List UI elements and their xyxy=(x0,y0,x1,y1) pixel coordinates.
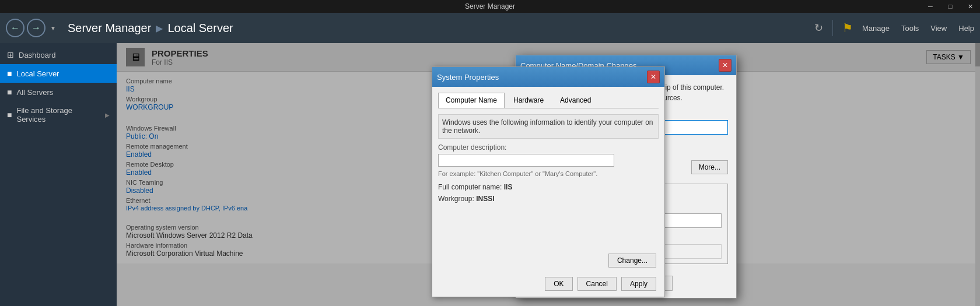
menu-right: ↻ ⚑ Manage Tools View Help xyxy=(814,20,974,36)
system-props-close-btn[interactable]: ✕ xyxy=(647,71,660,83)
sys-ok-btn[interactable]: OK xyxy=(545,277,572,291)
refresh-icon[interactable]: ↻ xyxy=(814,22,823,34)
menu-divider xyxy=(832,20,833,36)
maximize-button[interactable]: □ xyxy=(940,0,960,13)
help-menu[interactable]: Help xyxy=(958,24,974,33)
tools-menu[interactable]: Tools xyxy=(901,24,919,33)
file-storage-icon: ■ xyxy=(7,110,12,119)
tab-hardware[interactable]: Hardware xyxy=(506,93,551,108)
change-button[interactable]: Change... xyxy=(608,254,656,268)
sidebar-item-dashboard[interactable]: ⊞ Dashboard xyxy=(0,45,117,64)
menu-bar: ← → ▼ Server Manager ▶ Local Server ↻ ⚑ … xyxy=(0,13,980,43)
page-title: Local Server xyxy=(167,22,233,35)
sidebar: ⊞ Dashboard ■ Local Server ■ All Servers… xyxy=(0,43,117,306)
sys-full-name-label: Full computer name: IIS xyxy=(438,183,659,191)
sidebar-label-local-server: Local Server xyxy=(16,69,59,78)
sidebar-item-all-servers[interactable]: ■ All Servers xyxy=(0,83,117,101)
sidebar-label-file-storage: File and Storage Services xyxy=(16,106,100,124)
sys-computer-desc-input[interactable] xyxy=(438,154,614,167)
sidebar-label-all-servers: All Servers xyxy=(16,88,53,97)
expand-icon: ▶ xyxy=(105,112,110,118)
sidebar-item-local-server[interactable]: ■ Local Server xyxy=(0,64,117,83)
system-props-dialog: System Properties ✕ Computer Name Hardwa… xyxy=(432,66,665,297)
comp-name-close-btn[interactable]: ✕ xyxy=(719,59,732,72)
main-layout: ⊞ Dashboard ■ Local Server ■ All Servers… xyxy=(0,43,980,306)
sys-cancel-btn[interactable]: Cancel xyxy=(578,277,617,291)
sys-computer-desc-label: Computer description: xyxy=(438,143,659,152)
all-servers-icon: ■ xyxy=(7,87,12,97)
tabs-row: Computer Name Hardware Advanced xyxy=(438,93,659,108)
sys-apply-btn[interactable]: Apply xyxy=(621,277,656,291)
title-bar: Server Manager ─ □ ✕ xyxy=(0,0,980,13)
sidebar-item-file-storage[interactable]: ■ File and Storage Services ▶ xyxy=(0,101,117,128)
system-props-body: Computer Name Hardware Advanced Windows … xyxy=(432,87,664,297)
change-btn-area: Change... xyxy=(608,254,656,268)
tab-computer-name[interactable]: Computer Name xyxy=(438,93,505,108)
view-menu[interactable]: View xyxy=(930,24,947,33)
system-props-title: System Properties xyxy=(437,73,499,82)
sys-desc-hint: For example: "Kitchen Computer" or "Mary… xyxy=(438,170,659,177)
manage-menu[interactable]: Manage xyxy=(862,24,890,33)
close-button[interactable]: ✕ xyxy=(960,0,980,13)
app-title: Server Manager xyxy=(68,22,151,35)
system-props-titlebar: System Properties ✕ xyxy=(432,67,664,87)
sys-description-box: Windows uses the following information t… xyxy=(438,114,659,139)
back-button[interactable]: ← xyxy=(6,19,24,37)
menu-actions: Manage Tools View Help xyxy=(862,24,974,33)
breadcrumb: Server Manager ▶ Local Server xyxy=(68,22,233,35)
window-title: Server Manager xyxy=(465,2,515,10)
nav-dropdown[interactable]: ▼ xyxy=(48,23,58,33)
sys-workgroup-label: Workgroup: INSSI xyxy=(438,195,659,203)
tab-advanced[interactable]: Advanced xyxy=(552,93,598,108)
notifications-icon[interactable]: ⚑ xyxy=(842,21,853,35)
modal-overlay: System Properties ✕ Computer Name Hardwa… xyxy=(117,43,980,306)
breadcrumb-separator: ▶ xyxy=(156,23,163,34)
dashboard-icon: ⊞ xyxy=(7,50,14,59)
minimize-button[interactable]: ─ xyxy=(921,0,940,13)
nav-buttons: ← → ▼ xyxy=(6,19,58,37)
forward-button[interactable]: → xyxy=(27,19,46,37)
sidebar-label-dashboard: Dashboard xyxy=(19,51,56,59)
more-button[interactable]: More... xyxy=(691,160,728,174)
local-server-icon: ■ xyxy=(7,69,12,78)
content-area: 🖥 PROPERTIES For IIS TASKS ▼ Computer na… xyxy=(117,43,980,306)
sys-footer: OK Cancel Apply xyxy=(545,277,656,291)
window-controls: ─ □ ✕ xyxy=(921,0,980,13)
